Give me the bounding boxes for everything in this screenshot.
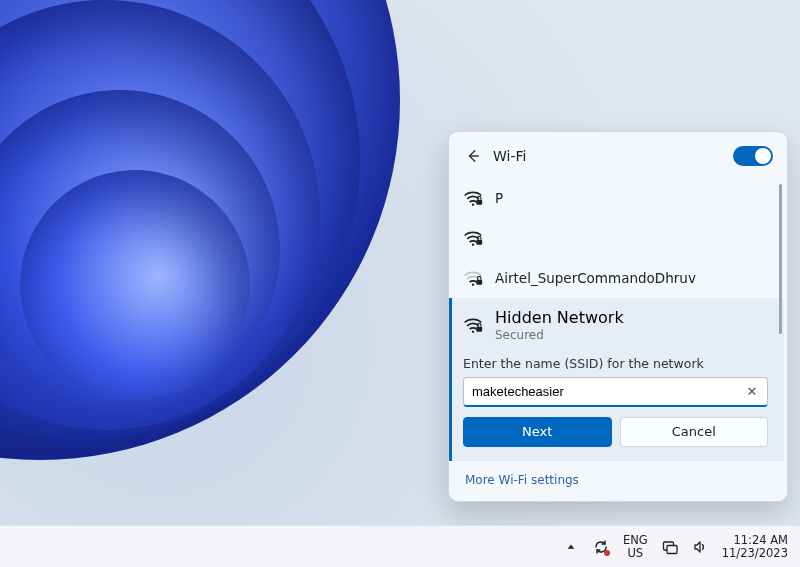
wifi-network-item[interactable]: Airtel_SuperCommandoDhruv: [449, 258, 784, 298]
taskbar: ENG US 11:24 AM 11/23/2023: [0, 525, 800, 567]
ssid-input[interactable]: [472, 384, 743, 399]
language-indicator[interactable]: ENG US: [623, 534, 648, 558]
svg-rect-8: [476, 327, 482, 332]
volume-tray-icon[interactable]: [692, 539, 708, 555]
date-text: 11/23/2023: [722, 547, 788, 560]
svg-rect-10: [667, 545, 677, 553]
svg-rect-4: [476, 240, 482, 245]
svg-rect-2: [476, 200, 482, 205]
network-tray-icon[interactable]: [662, 539, 678, 555]
svg-point-7: [472, 331, 474, 333]
svg-point-1: [472, 204, 474, 206]
keyboard-layout: US: [623, 547, 648, 559]
time-text: 11:24 AM: [722, 534, 788, 547]
wifi-secured-icon: [463, 190, 483, 206]
ssid-prompt-label: Enter the name (SSID) for the network: [463, 356, 768, 371]
desktop: Wi-Fi P Airtel: [0, 0, 800, 567]
scrollbar-thumb[interactable]: [779, 184, 782, 334]
more-wifi-settings-link[interactable]: More Wi-Fi settings: [465, 473, 579, 487]
back-button[interactable]: [459, 142, 487, 170]
clock[interactable]: 11:24 AM 11/23/2023: [722, 534, 788, 559]
next-button[interactable]: Next: [463, 417, 612, 447]
wifi-network-name: Hidden Network: [495, 308, 768, 327]
sync-icon[interactable]: [593, 539, 609, 555]
svg-point-5: [472, 284, 474, 286]
wifi-secured-icon: [463, 230, 483, 246]
wifi-network-item[interactable]: [449, 218, 784, 258]
arrow-left-icon: [466, 149, 480, 163]
wifi-network-status: Secured: [495, 328, 768, 342]
cancel-button[interactable]: Cancel: [620, 417, 769, 447]
wifi-secured-weak-icon: [463, 270, 483, 286]
svg-point-3: [472, 244, 474, 246]
ssid-input-container: ✕: [463, 377, 768, 407]
language-code: ENG: [623, 534, 648, 546]
wifi-network-list: P Airtel_SuperCommandoDhruv: [449, 178, 787, 461]
wifi-toggle[interactable]: [733, 146, 773, 166]
wifi-network-name: P: [495, 190, 768, 206]
panel-title: Wi-Fi: [493, 148, 733, 164]
wifi-secured-icon: [463, 317, 483, 333]
clear-input-icon[interactable]: ✕: [743, 384, 761, 399]
tray-overflow-icon[interactable]: [563, 539, 579, 555]
wifi-network-item[interactable]: P: [449, 178, 784, 218]
notification-dot-icon: [604, 550, 610, 556]
wifi-quick-settings-panel: Wi-Fi P Airtel: [448, 131, 788, 502]
system-tray: ENG US 11:24 AM 11/23/2023: [563, 534, 788, 559]
wifi-network-item-selected: Hidden Network Secured Enter the name (S…: [449, 298, 784, 461]
wifi-network-name: Airtel_SuperCommandoDhruv: [495, 270, 768, 286]
panel-header: Wi-Fi: [449, 132, 787, 178]
svg-rect-6: [476, 280, 482, 285]
